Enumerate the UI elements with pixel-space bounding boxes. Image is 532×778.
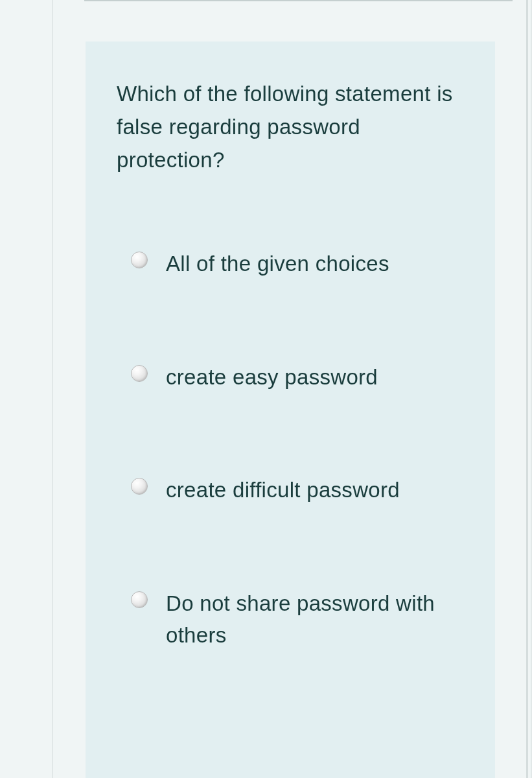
option-row[interactable]: All of the given choices xyxy=(131,248,464,280)
page-container: Which of the following statement is fals… xyxy=(0,0,532,778)
radio-button[interactable] xyxy=(131,365,148,382)
question-card: Which of the following statement is fals… xyxy=(86,41,495,778)
option-label: Do not share password with others xyxy=(166,587,464,652)
left-rule xyxy=(52,0,52,778)
option-label: All of the given choices xyxy=(166,248,389,280)
option-row[interactable]: create difficult password xyxy=(131,474,464,506)
option-label: create difficult password xyxy=(166,474,400,506)
question-prompt: Which of the following statement is fals… xyxy=(117,77,464,176)
radio-button[interactable] xyxy=(131,252,148,268)
radio-button[interactable] xyxy=(131,478,148,495)
radio-button[interactable] xyxy=(131,591,148,608)
option-list: All of the given choices create easy pas… xyxy=(117,248,464,652)
right-rule xyxy=(526,0,528,778)
option-row[interactable]: Do not share password with others xyxy=(131,587,464,652)
top-rule xyxy=(84,0,513,1)
option-label: create easy password xyxy=(166,361,378,394)
option-row[interactable]: create easy password xyxy=(131,361,464,394)
